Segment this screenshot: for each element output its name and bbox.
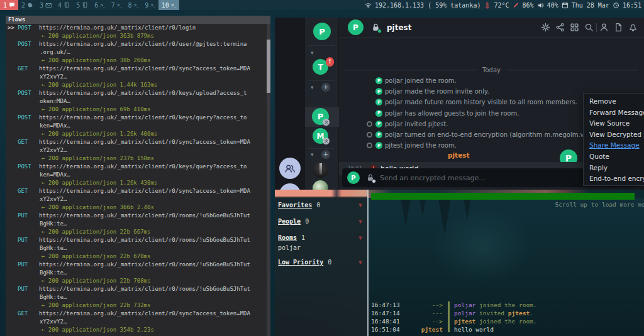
flow-url: https://termina.org.uk/_matrix/client/r0…	[39, 310, 250, 318]
notifications-bell-icon[interactable]	[628, 23, 638, 32]
message-sender-name[interactable]: pjtest	[448, 151, 470, 159]
room-avatar-image-obelisk[interactable]	[313, 162, 328, 178]
flow-url-continued: xY2xvY2…	[6, 195, 266, 203]
log-gutter: -->	[404, 301, 443, 309]
widgets-grid-icon[interactable]	[570, 23, 579, 32]
menu-item-forward-message[interactable]: Forward Message	[584, 107, 644, 119]
workspace-3[interactable]: 3	[36, 0, 55, 10]
collapse-triangle-icon[interactable]: ▼	[358, 202, 362, 209]
message-input[interactable]	[380, 174, 584, 182]
flow-marker	[6, 285, 18, 293]
calendar-icon	[562, 2, 569, 9]
encryption-lock-icon	[371, 23, 380, 33]
flow-method: PUT	[18, 212, 39, 220]
workspace-1[interactable]: 1	[0, 0, 18, 10]
flow-row[interactable]: GEThttps://termina.org.uk/_matrix/client…	[6, 65, 266, 73]
share-icon[interactable]	[555, 23, 565, 32]
flow-url-continued: BgHk:te…	[6, 244, 266, 252]
workspace-7[interactable]: 7>_	[108, 0, 125, 10]
chat-log: 16:47:13-->poljar joined the room.16:47:…	[371, 301, 644, 333]
flow-method: POST	[18, 89, 39, 97]
pen-icon	[513, 2, 519, 9]
account-avatar-top[interactable]: P	[313, 23, 331, 40]
flow-method: GET	[18, 187, 39, 195]
flow-row[interactable]: PUThttps://termina.org.uk/_matrix/client…	[6, 236, 266, 244]
section-label[interactable]: Low Priority	[278, 259, 323, 266]
room-section-people[interactable]: People0▼	[278, 218, 367, 226]
event-text: poljar made the room invite only.	[339, 88, 489, 95]
thermometer-icon	[484, 2, 491, 9]
collapse-triangle-icon[interactable]: ▼	[358, 234, 362, 241]
chat-icon	[9, 2, 15, 8]
browser-icon	[27, 2, 33, 8]
add-room-button[interactable]: +	[321, 83, 330, 92]
menu-item-view-source[interactable]: View Source	[584, 118, 644, 129]
flow-method: GET	[18, 65, 39, 73]
section-label[interactable]: People	[278, 218, 301, 225]
flow-marker	[6, 261, 18, 269]
menu-item-share-message[interactable]: Share Message	[584, 140, 644, 151]
flow-url-continued: ken=MDAx…	[6, 171, 266, 179]
lifering-button[interactable]	[279, 183, 301, 190]
menu-item-reply[interactable]: Reply	[584, 163, 644, 174]
room-entry-poljar[interactable]: poljar	[278, 244, 367, 252]
flow-row[interactable]: PUThttps://termina.org.uk/_matrix/client…	[6, 285, 266, 293]
day-divider: Today	[345, 67, 638, 73]
menu-item-quote[interactable]: Quote	[584, 151, 644, 163]
workspace-5[interactable]: 5	[73, 0, 91, 10]
menu-item-view-decrypted-s[interactable]: View Decrypted S	[584, 129, 644, 141]
room-header-avatar[interactable]: P	[348, 19, 364, 35]
workspace-4[interactable]: 4	[55, 0, 73, 10]
flow-row[interactable]: PUThttps://termina.org.uk/_matrix/client…	[6, 261, 266, 269]
flow-row[interactable]: GEThttps://termina.org.uk/_matrix/client…	[6, 310, 266, 318]
room-section-rooms[interactable]: Rooms1▼	[278, 234, 367, 242]
workspace-9[interactable]: 9>_	[142, 0, 158, 10]
log-part: poljar	[454, 301, 475, 308]
flow-row[interactable]: >>POSThttps://termina.org.uk/_matrix/cli…	[6, 24, 266, 32]
scrollbar-thumb[interactable]	[267, 40, 270, 93]
workspace-10[interactable]: 10>_	[158, 0, 179, 10]
flow-row[interactable]: PUThttps://termina.org.uk/_matrix/client…	[6, 212, 266, 220]
room-avatar-image-globe[interactable]	[313, 180, 328, 190]
flow-response: ← 200 application/json 366b 2.40s	[6, 203, 266, 212]
members-icon[interactable]	[599, 23, 609, 32]
collapse-triangle-icon[interactable]: ▼	[358, 218, 362, 225]
event-text: pjtest joined the room.	[339, 142, 457, 149]
log-timestamp: 16:51:04	[371, 325, 404, 333]
log-timestamp: 16:47:13	[371, 301, 404, 309]
event-info-icon	[367, 121, 372, 127]
flow-row[interactable]: GEThttps://termina.org.uk/_matrix/client…	[6, 187, 266, 195]
room-section-favorites[interactable]: Favorites0▼	[278, 202, 367, 210]
room-section-low-priority[interactable]: Low Priority0▼	[278, 259, 367, 267]
flow-row[interactable]: GEThttps://termina.org.uk/_matrix/client…	[6, 138, 266, 146]
menu-item-remove[interactable]: Remove	[584, 96, 644, 107]
search-icon[interactable]	[584, 23, 594, 32]
collapse-triangle-icon[interactable]: ▼	[358, 259, 362, 266]
flow-row[interactable]: POSThttps://termina.org.uk/_matrix/clien…	[6, 114, 266, 122]
people-button[interactable]	[279, 158, 301, 179]
files-icon[interactable]	[614, 23, 623, 32]
mitmproxy-scrollbar[interactable]	[267, 24, 270, 336]
log-part: invited	[475, 310, 508, 317]
workspace-2[interactable]: 2	[18, 0, 36, 10]
section-label[interactable]: Favorites	[278, 202, 312, 209]
book-icon	[64, 2, 70, 8]
section-label[interactable]: Rooms	[278, 234, 297, 241]
log-part: joined the room.	[475, 318, 536, 325]
event-info-icon	[367, 132, 372, 138]
member-badge-icon	[323, 138, 330, 144]
flow-row[interactable]: POSThttps://termina.org.uk/_matrix/clien…	[6, 89, 266, 97]
chevron-down-icon[interactable]: ▾	[311, 85, 314, 90]
chevron-down-icon[interactable]: ▾	[311, 50, 314, 56]
settings-gear-icon[interactable]	[541, 23, 550, 32]
add-room-button[interactable]: +	[321, 150, 330, 159]
book-icon	[82, 2, 88, 8]
workspace-6[interactable]: 6>_	[91, 0, 108, 10]
chevron-down-icon[interactable]: ▾	[311, 152, 314, 158]
workspace-8[interactable]: 8>_	[125, 0, 142, 10]
flow-row[interactable]: POSThttps://termina.org.uk/_matrix/clien…	[6, 40, 266, 48]
flow-marker	[6, 65, 18, 73]
flow-row[interactable]: POSThttps://termina.org.uk/_matrix/clien…	[6, 163, 266, 171]
flow-method: PUT	[18, 261, 39, 269]
menu-item-end-to-end-encry[interactable]: End-to-end encry	[584, 173, 644, 185]
